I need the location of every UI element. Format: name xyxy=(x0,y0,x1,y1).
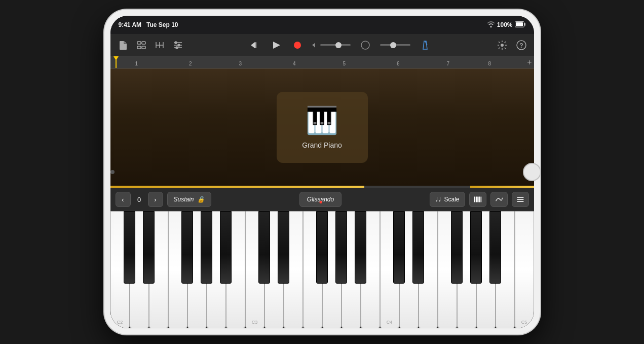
new-song-button[interactable] xyxy=(117,39,130,52)
progress-bar xyxy=(110,186,534,188)
battery-display: 100% xyxy=(497,21,513,28)
black-key-g-sharp-4[interactable] xyxy=(470,211,482,284)
key-label-c2: C2 xyxy=(117,320,123,325)
toolbar-right: ? xyxy=(496,39,528,52)
key-label-c3: C3 xyxy=(252,320,258,325)
svg-rect-26 xyxy=(474,196,475,202)
black-key-f-sharp-3[interactable] xyxy=(316,211,328,284)
note-icon: ♩♩ xyxy=(435,196,441,203)
black-key-d-sharp-3[interactable] xyxy=(278,211,289,284)
svg-rect-1 xyxy=(516,22,523,26)
svg-marker-21 xyxy=(423,41,427,49)
keyboard-controls: ‹ 0 › Sustain 🔒 Glissando ♩♩ Scale xyxy=(110,188,534,211)
lock-icon: 🔒 xyxy=(197,196,205,203)
ruler-mark-8: 8 xyxy=(488,61,491,66)
svg-rect-5 xyxy=(142,46,145,49)
tempo-slider[interactable] xyxy=(380,44,410,46)
svg-marker-18 xyxy=(273,42,280,49)
svg-rect-32 xyxy=(517,199,523,200)
volume-track xyxy=(320,44,351,46)
progress-fill-left xyxy=(110,186,365,188)
svg-rect-27 xyxy=(476,196,477,202)
metronome-button[interactable] xyxy=(419,39,432,52)
ruler-mark-7: 7 xyxy=(447,61,450,66)
chord-button[interactable] xyxy=(512,192,529,207)
side-dot xyxy=(110,170,115,174)
prev-octave-button[interactable]: ‹ xyxy=(116,192,131,207)
glissando-button[interactable]: Glissando xyxy=(299,192,342,207)
arpeggio-button[interactable] xyxy=(490,192,508,207)
home-button[interactable] xyxy=(523,163,541,181)
black-key-a-sharp-3[interactable] xyxy=(355,211,366,284)
svg-point-13 xyxy=(175,42,177,44)
tracks-button[interactable] xyxy=(135,39,148,52)
instrument-area[interactable]: 🎹 Grand Piano xyxy=(110,68,534,186)
scale-button[interactable]: ♩♩ Scale xyxy=(430,192,465,207)
svg-rect-28 xyxy=(477,196,478,202)
svg-text:?: ? xyxy=(519,42,523,49)
toolbar-center xyxy=(248,39,432,52)
play-button[interactable] xyxy=(270,39,283,52)
ruler-mark-5: 5 xyxy=(343,61,346,66)
controls-button[interactable] xyxy=(171,39,184,52)
white-key-c5[interactable]: C5 xyxy=(515,211,534,328)
timeline-ruler: 1 2 3 4 5 6 7 8 + xyxy=(110,56,534,68)
black-key-c-sharp-4[interactable] xyxy=(393,211,405,284)
volume-slider[interactable] xyxy=(312,42,351,48)
keyboard-layout-button[interactable] xyxy=(469,192,486,207)
instrument-icon: 🎹 xyxy=(306,105,338,136)
black-key-f-sharp-2[interactable] xyxy=(181,211,193,284)
help-button[interactable]: ? xyxy=(515,39,528,52)
sustain-button[interactable]: Sustain 🔒 xyxy=(167,192,211,207)
svg-rect-4 xyxy=(137,46,141,49)
black-key-a-sharp-2[interactable] xyxy=(220,211,232,284)
black-key-d-sharp-4[interactable] xyxy=(412,211,424,284)
device-frame: 9:41 AM Tue Sep 10 100% xyxy=(104,10,540,334)
black-key-g-sharp-3[interactable] xyxy=(335,211,347,284)
screen: 9:41 AM Tue Sep 10 100% xyxy=(110,16,534,328)
wifi-icon xyxy=(487,21,495,29)
progress-fill-right xyxy=(470,186,534,188)
sustain-label: Sustain xyxy=(174,196,194,203)
svg-point-14 xyxy=(178,44,180,46)
rewind-button[interactable] xyxy=(248,39,261,52)
next-octave-button[interactable]: › xyxy=(148,192,163,207)
ruler-mark-3: 3 xyxy=(239,61,242,66)
octave-number: 0 xyxy=(133,196,146,203)
svg-rect-2 xyxy=(137,42,141,44)
ruler-mark-2: 2 xyxy=(189,61,192,66)
black-key-c-sharp-3[interactable] xyxy=(258,211,270,284)
black-key-a-sharp-4[interactable] xyxy=(489,211,501,284)
mixer-button[interactable] xyxy=(153,39,166,52)
settings-button[interactable] xyxy=(496,39,509,52)
svg-rect-33 xyxy=(517,201,523,202)
scale-label: Scale xyxy=(444,196,459,203)
tempo-track xyxy=(380,44,410,46)
glissando-dot xyxy=(319,201,322,203)
black-key-d-sharp-2[interactable] xyxy=(143,211,155,284)
ruler-mark-4: 4 xyxy=(293,61,296,66)
battery-icon xyxy=(515,21,526,29)
record-button[interactable] xyxy=(291,39,304,52)
black-key-f-sharp-4[interactable] xyxy=(451,211,463,284)
time-display: 9:41 AM xyxy=(119,21,142,28)
svg-point-23 xyxy=(501,44,504,47)
ruler-marks: 1 2 3 4 5 6 7 8 xyxy=(115,56,530,68)
svg-rect-30 xyxy=(480,196,481,202)
add-track-button[interactable]: + xyxy=(527,58,532,67)
instrument-name: Grand Piano xyxy=(302,141,342,149)
black-key-c-sharp-2[interactable] xyxy=(124,211,135,284)
ruler-mark-1: 1 xyxy=(135,61,138,66)
tempo-thumb xyxy=(390,42,396,48)
svg-point-20 xyxy=(361,41,369,49)
ruler-mark-6: 6 xyxy=(397,61,400,66)
instrument-card[interactable]: 🎹 Grand Piano xyxy=(277,92,368,163)
key-label-c5: C5 xyxy=(521,320,527,325)
svg-marker-16 xyxy=(251,42,255,48)
svg-rect-29 xyxy=(479,196,480,202)
black-key-g-sharp-2[interactable] xyxy=(201,211,212,284)
tempo-circle[interactable] xyxy=(359,39,372,52)
date-display: Tue Sep 10 xyxy=(146,21,178,28)
status-right: 100% xyxy=(487,21,526,29)
svg-rect-31 xyxy=(517,197,523,198)
